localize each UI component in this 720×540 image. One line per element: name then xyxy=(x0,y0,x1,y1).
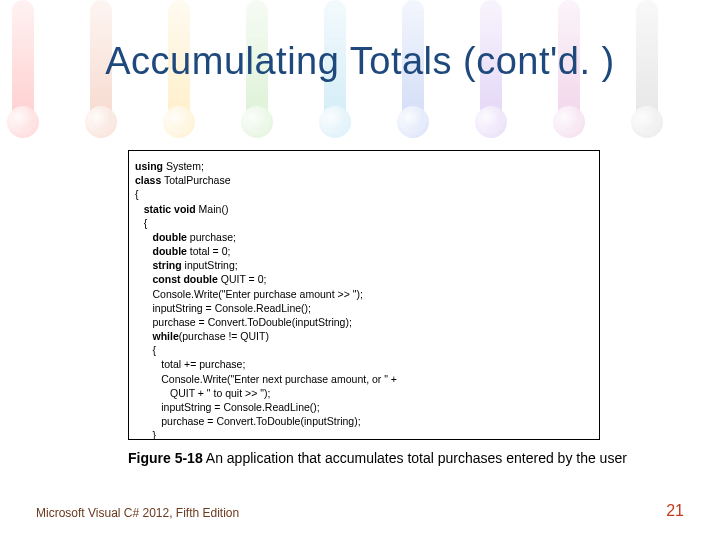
code-text: (purchase != QUIT) xyxy=(179,330,269,342)
code-text: { xyxy=(135,188,139,200)
code-text: } xyxy=(135,429,156,440)
code-text: TotalPurchase xyxy=(161,174,230,186)
code-text: purchase; xyxy=(187,231,236,243)
code-text: QUIT = 0; xyxy=(218,273,267,285)
code-keyword: double xyxy=(153,231,187,243)
code-text: inputString = Console.ReadLine(); xyxy=(135,401,320,413)
code-text xyxy=(135,259,153,271)
figure-text: An application that accumulates total pu… xyxy=(203,450,627,466)
code-text xyxy=(135,231,153,243)
decoration-bulb xyxy=(163,106,195,138)
code-keyword: string xyxy=(153,259,182,271)
decoration-bulb xyxy=(475,106,507,138)
code-keyword: while xyxy=(153,330,179,342)
code-keyword: class xyxy=(135,174,161,186)
code-text xyxy=(135,273,153,285)
decoration-bulb xyxy=(397,106,429,138)
code-text: total = 0; xyxy=(187,245,231,257)
decoration-bulb xyxy=(319,106,351,138)
decoration-bulb xyxy=(7,106,39,138)
code-text: inputString = Console.ReadLine(); xyxy=(135,302,311,314)
code-text: Main() xyxy=(196,203,229,215)
figure-number: Figure 5-18 xyxy=(128,450,203,466)
code-keyword: static void xyxy=(144,203,196,215)
decoration-bulb xyxy=(553,106,585,138)
decoration-bulb xyxy=(241,106,273,138)
code-keyword: using xyxy=(135,160,163,172)
code-text: { xyxy=(135,217,147,229)
code-text: purchase = Convert.ToDouble(inputString)… xyxy=(135,316,352,328)
code-listing: using System; class TotalPurchase { stat… xyxy=(128,150,600,440)
decoration-bulb xyxy=(85,106,117,138)
code-keyword: const double xyxy=(153,273,218,285)
code-text: purchase = Convert.ToDouble(inputString)… xyxy=(135,415,361,427)
code-text: Console.Write("Enter purchase amount >> … xyxy=(135,288,363,300)
code-text: inputString; xyxy=(182,259,238,271)
code-text xyxy=(135,203,144,215)
code-text xyxy=(135,330,153,342)
code-text: { xyxy=(135,344,156,356)
code-text: total += purchase; xyxy=(135,358,245,370)
footer-page-number: 21 xyxy=(666,502,684,520)
code-text: QUIT + " to quit >> "); xyxy=(135,387,270,399)
slide-title: Accumulating Totals (cont'd. ) xyxy=(0,40,720,83)
slide: Accumulating Totals (cont'd. ) using Sys… xyxy=(0,0,720,540)
code-text: System; xyxy=(163,160,204,172)
figure-caption: Figure 5-18 An application that accumula… xyxy=(128,450,648,466)
code-text xyxy=(135,245,153,257)
decoration-bulb xyxy=(631,106,663,138)
code-keyword: double xyxy=(153,245,187,257)
footer-book-title: Microsoft Visual C# 2012, Fifth Edition xyxy=(36,506,239,520)
code-text: Console.Write("Enter next purchase amoun… xyxy=(135,373,397,385)
